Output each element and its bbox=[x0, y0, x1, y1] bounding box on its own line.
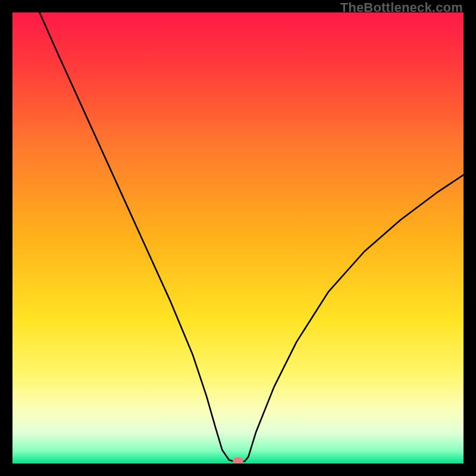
watermark-text: TheBottleneck.com bbox=[340, 0, 463, 15]
bottleneck-chart bbox=[12, 12, 464, 464]
chart-frame: TheBottleneck.com bbox=[0, 0, 476, 476]
gradient-background bbox=[12, 12, 464, 464]
plot-area bbox=[12, 12, 464, 464]
